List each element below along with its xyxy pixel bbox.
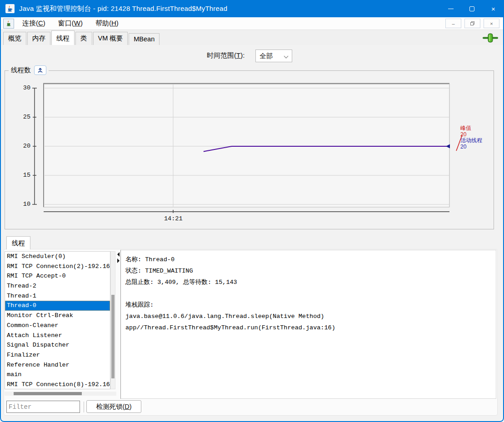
list-item[interactable]: Reference Handler	[5, 360, 110, 370]
list-item[interactable]: Signal Dispatcher	[5, 340, 110, 350]
detail-blank	[125, 288, 491, 299]
list-item[interactable]: Attach Listener	[5, 331, 110, 341]
split-pane-divider[interactable]	[116, 250, 121, 399]
ytick-10: 10	[15, 201, 30, 208]
menu-connect[interactable]: 连接(C)	[18, 18, 50, 29]
list-item[interactable]: RMI TCP Connection(8)-192.16	[5, 380, 110, 389]
list-item[interactable]: Thread-1	[5, 291, 110, 301]
tab-threads[interactable]: 线程	[51, 30, 75, 45]
peak-label: 峰值	[460, 125, 482, 132]
list-item[interactable]: main	[5, 370, 110, 380]
xtick-1421: 14:21	[164, 215, 183, 222]
inner-close-icon: ×	[490, 21, 493, 26]
list-item[interactable]: RMI TCP Accept-0	[5, 271, 110, 281]
tab-vm-summary[interactable]: VM 概要	[93, 32, 128, 45]
thread-count-chart	[5, 71, 494, 229]
detail-counts: 总阻止数: 3,409, 总等待数: 15,143	[125, 277, 491, 288]
main-tab-strip: 概览 内存 线程 类 VM 概要 MBean	[1, 30, 503, 45]
java-menu-icon	[3, 19, 14, 29]
filter-input[interactable]	[6, 401, 80, 413]
jconsole-window: Java 监视和管理控制台 - pid: 21428 Thread.FirstT…	[0, 0, 504, 422]
minimize-button[interactable]	[440, 0, 461, 17]
collapse-left-icon[interactable]	[117, 252, 120, 257]
detect-deadlock-button[interactable]: 检测死锁(D)	[86, 400, 141, 413]
stack-frame: app//Thread.FirstThread$MyThread.run(Fir…	[125, 322, 491, 333]
tab-memory[interactable]: 内存	[27, 32, 50, 45]
minimize-icon	[448, 9, 454, 9]
list-item[interactable]: RMI TCP Connection(2)-192.16	[5, 262, 110, 272]
thread-detail-panel: 名称: Thread-0 状态: TIMED_WAITING 总阻止数: 3,4…	[121, 250, 496, 399]
inner-close-button[interactable]: ×	[484, 19, 499, 28]
list-item[interactable]: Thread-2	[5, 281, 110, 291]
detail-stack-label: 堆栈跟踪:	[125, 299, 491, 311]
java-app-icon	[5, 4, 15, 13]
list-item[interactable]: Finalizer	[5, 350, 110, 360]
thread-count-chart-group: 线程数	[5, 70, 494, 229]
thread-list: RMI Scheduler(0) RMI TCP Connection(2)-1…	[5, 251, 110, 389]
detail-state: 状态: TIMED_WAITING	[125, 265, 491, 277]
live-label: 活动线程	[460, 138, 482, 144]
ytick-20: 20	[15, 143, 30, 149]
ytick-25: 25	[15, 114, 30, 120]
list-item[interactable]: RMI Scheduler(0)	[5, 252, 110, 262]
list-item[interactable]: Common-Cleaner	[5, 321, 110, 331]
connection-status-icon	[482, 33, 499, 45]
stack-frame: java.base@11.0.6/java.lang.Thread.sleep(…	[125, 311, 491, 322]
tab-overview[interactable]: 概览	[3, 32, 26, 45]
thread-list-vertical-scrollbar[interactable]	[110, 251, 115, 389]
window-title: Java 监视和管理控制台 - pid: 21428 Thread.FirstT…	[19, 5, 227, 13]
close-icon: ×	[491, 5, 495, 13]
inner-minimize-icon: –	[452, 21, 454, 26]
list-item[interactable]: Monitor Ctrl-Break	[5, 311, 110, 321]
peak-value: 20	[460, 132, 482, 138]
tab-mbean[interactable]: MBean	[129, 33, 160, 45]
close-button[interactable]: ×	[483, 0, 504, 17]
ytick-30: 30	[15, 84, 30, 91]
list-item-selected[interactable]: Thread-0	[5, 301, 110, 311]
threads-subtab[interactable]: 线程	[6, 236, 30, 249]
menu-window[interactable]: 窗口(W)	[54, 18, 87, 29]
chart-annotation: 峰值 20 活动线程 20	[460, 125, 482, 150]
time-range-label: 时间范围(T):	[207, 51, 245, 60]
detail-name: 名称: Thread-0	[125, 254, 491, 265]
title-bar: Java 监视和管理控制台 - pid: 21428 Thread.FirstT…	[0, 0, 504, 17]
maximize-icon	[469, 6, 474, 11]
vertical-scrollbar-thumb[interactable]	[111, 295, 115, 378]
time-range-select[interactable]: 全部	[255, 50, 292, 62]
maximize-button[interactable]	[461, 0, 483, 17]
menu-bar: 连接(C) 窗口(W) 帮助(H) – ×	[1, 17, 503, 30]
ytick-15: 15	[15, 172, 30, 179]
inner-restore-icon	[470, 21, 474, 25]
collapse-right-icon[interactable]	[117, 258, 120, 263]
inner-restore-button[interactable]	[464, 19, 480, 28]
live-value: 20	[460, 144, 482, 150]
time-range-value: 全部	[259, 52, 273, 60]
inner-minimize-button[interactable]: –	[445, 19, 461, 28]
horizontal-scrollbar-thumb[interactable]	[14, 392, 82, 395]
filter-separator	[84, 402, 84, 412]
tab-classes[interactable]: 类	[75, 32, 92, 45]
menu-help[interactable]: 帮助(H)	[91, 18, 123, 29]
chevron-down-icon	[284, 54, 289, 59]
thread-list-horizontal-scrollbar[interactable]	[5, 392, 116, 396]
